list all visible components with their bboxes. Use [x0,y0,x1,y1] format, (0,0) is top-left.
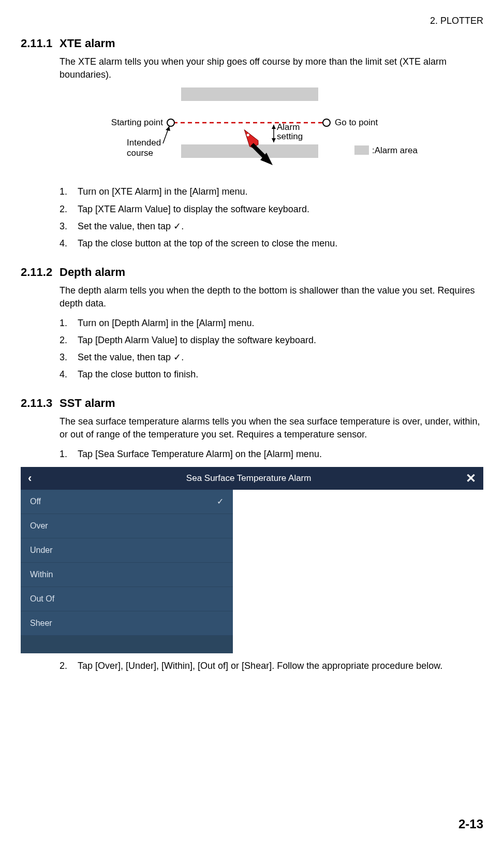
section-depth: 2.11.2 Depth alarm The depth alarm tells… [21,266,483,381]
option-label: Off [30,497,41,506]
option-label: Under [30,546,53,555]
svg-rect-10 [354,145,369,155]
svg-point-4 [323,119,330,126]
label-starting-point: Starting point [111,118,163,127]
step-text: Tap the close button at the top of the s… [78,237,337,250]
page-header-chapter: 2. PLOTTER [21,16,483,26]
option-label: Within [30,570,53,579]
sst-screenshot: ‹ Sea Surface Temperature Alarm ✕ Off ✓ … [21,467,483,653]
svg-point-3 [167,119,174,126]
section-title-sst: SST alarm [60,397,115,410]
step-text: Tap [XTE Alarm Value] to display the sof… [78,203,309,216]
label-alarm-setting-1: Alarm [277,122,300,132]
step-text: Set the value, then tap ✓. [78,220,184,233]
label-alarm-setting-2: setting [277,131,303,141]
back-icon[interactable]: ‹ [28,472,32,485]
svg-marker-8 [272,125,276,129]
step-num: 4. [60,368,78,381]
page-number: 2-13 [458,817,483,831]
label-alarm-area: :Alarm area [372,145,418,155]
step-num: 3. [60,220,78,233]
check-icon: ✓ [217,496,224,506]
svg-marker-6 [166,126,170,131]
step-num: 3. [60,351,78,364]
step-text: Turn on [XTE Alarm] in the [Alarm] menu. [78,185,247,198]
sst-option-within[interactable]: Within [21,563,233,587]
section-number-depth: 2.11.2 [21,266,60,279]
sst-step2: 2.Tap [Over], [Under], [Within], [Out of… [60,660,483,672]
step-text: Tap the close button to finish. [78,368,198,381]
xte-diagram: Starting point Go to point Intended cour… [60,87,483,178]
section-number-xte: 2.11.1 [21,37,60,50]
sst-option-over[interactable]: Over [21,514,233,538]
step-num: 1. [60,448,78,461]
svg-rect-0 [181,87,318,101]
screenshot-blank-area [233,490,483,653]
step-num: 4. [60,237,78,250]
step-num: 1. [60,185,78,198]
xte-steps: 1.Turn on [XTE Alarm] in the [Alarm] men… [60,185,483,250]
step-num: 2. [60,334,78,347]
step-num: 2. [60,203,78,216]
step-text: Tap [Over], [Under], [Within], [Out of] … [78,660,442,672]
step-text: Set the value, then tap ✓. [78,351,184,364]
label-intended-course-2: course [127,148,153,158]
svg-marker-9 [272,138,276,142]
step-num: 2. [60,660,78,672]
step-text: Tap [Sea Surface Temperature Alarm] on t… [78,448,322,461]
option-label: Out Of [30,594,54,604]
sst-option-sheer[interactable]: Sheer [21,611,233,636]
depth-steps: 1.Turn on [Depth Alarm] in the [Alarm] m… [60,317,483,382]
section-sst: 2.11.3 SST alarm The sea surface tempera… [21,397,483,672]
sst-intro: The sea surface temperature alarms tells… [60,415,483,441]
option-label: Sheer [30,619,52,628]
section-title-depth: Depth alarm [60,266,125,279]
sst-option-off[interactable]: Off ✓ [21,490,233,514]
xte-intro: The XTE alarm tells you when your ship g… [60,55,483,81]
close-icon[interactable]: ✕ [466,471,476,486]
label-go-to-point: Go to point [335,118,378,127]
screenshot-title: Sea Surface Temperature Alarm [186,473,312,484]
step-text: Tap [Depth Alarm Value] to display the s… [78,334,316,347]
sst-option-list: Off ✓ Over Under Within Out Of [21,490,233,653]
section-number-sst: 2.11.3 [21,397,60,410]
sst-step1: 1.Tap [Sea Surface Temperature Alarm] on… [60,448,483,461]
sst-option-outof[interactable]: Out Of [21,587,233,611]
option-label: Over [30,521,48,531]
sst-option-trailer [21,636,233,653]
section-xte: 2.11.1 XTE alarm The XTE alarm tells you… [21,37,483,250]
depth-intro: The depth alarm tells you when the depth… [60,284,483,310]
step-num: 1. [60,317,78,330]
section-title-xte: XTE alarm [60,37,115,50]
sst-option-under[interactable]: Under [21,538,233,563]
step-text: Turn on [Depth Alarm] in the [Alarm] men… [78,317,254,330]
label-intended-course-1: Intended [127,138,161,148]
